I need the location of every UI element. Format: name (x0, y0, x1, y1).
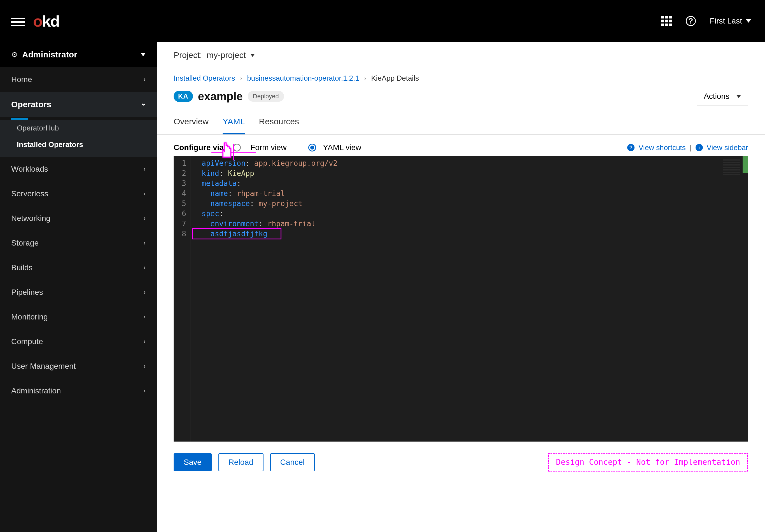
user-menu[interactable]: First Last (710, 17, 751, 25)
breadcrumb-current: KieApp Details (371, 74, 419, 83)
annotation-cursor-icon (220, 141, 236, 163)
chevron-right-icon: › (144, 289, 146, 296)
project-selector[interactable]: Project: my-project (157, 42, 765, 66)
yaml-editor[interactable]: 12345678 apiVersion: app.kiegroup.org/v2… (174, 156, 748, 442)
chevron-right-icon: › (144, 76, 146, 83)
reload-button[interactable]: Reload (219, 453, 264, 471)
project-label: Project: (174, 50, 202, 60)
chevron-right-icon: › (144, 240, 146, 247)
info-icon: i (696, 144, 703, 151)
topbar-right: ? First Last (661, 16, 751, 26)
main-content: Project: my-project Installed Operators … (157, 42, 765, 532)
sidebar-item-home[interactable]: Home› (0, 67, 157, 92)
view-shortcuts-link[interactable]: View shortcuts (638, 143, 686, 152)
topbar: okd ? First Last (0, 0, 765, 42)
sidebar-item-networking[interactable]: Networking› (0, 206, 157, 231)
chevron-right-icon: › (144, 190, 146, 198)
sidebar-sub-operators: OperatorHub Installed Operators (0, 120, 157, 157)
sidebar-item-workloads[interactable]: Workloads› (0, 157, 157, 182)
configure-row: Configure via: Form view YAML view ? Vie… (157, 135, 765, 156)
chevron-right-icon: › (144, 387, 146, 394)
chevron-down-icon: › (140, 103, 149, 106)
perspective-switcher[interactable]: ⚙ Administrator (0, 42, 157, 67)
chevron-right-icon: › (144, 264, 146, 271)
resource-header-left: KA example Deployed (174, 90, 284, 103)
scrollbar-indicator[interactable] (743, 156, 748, 173)
sidebar-item-serverless[interactable]: Serverless› (0, 182, 157, 206)
form-view-label: Form view (250, 143, 287, 152)
app-launcher-icon[interactable] (661, 16, 672, 26)
chevron-right-icon: › (364, 75, 366, 82)
breadcrumb-installed-operators[interactable]: Installed Operators (174, 74, 235, 83)
footer-buttons: Save Reload Cancel (174, 453, 315, 471)
perspective-label: Administrator (22, 50, 136, 59)
chevron-right-icon: › (144, 362, 146, 370)
tab-overview[interactable]: Overview (174, 110, 209, 134)
configure-left: Configure via: Form view YAML view (174, 143, 361, 152)
configure-label: Configure via: (174, 143, 226, 152)
resource-name: example (198, 90, 243, 103)
logo: okd (33, 12, 59, 30)
chevron-right-icon: › (144, 166, 146, 173)
actions-dropdown[interactable]: Actions (697, 88, 748, 105)
sidebar-item-builds[interactable]: Builds› (0, 256, 157, 280)
sidebar-item-compute[interactable]: Compute› (0, 329, 157, 354)
editor-footer: Save Reload Cancel Design Concept - Not … (157, 442, 765, 483)
view-sidebar-link[interactable]: View sidebar (707, 143, 748, 152)
tab-resources[interactable]: Resources (259, 110, 299, 134)
chevron-right-icon: › (144, 338, 146, 345)
caret-down-icon (250, 54, 255, 57)
radio-yaml-view[interactable] (308, 144, 316, 152)
sidebar-item-monitoring[interactable]: Monitoring› (0, 304, 157, 329)
caret-down-icon (746, 19, 751, 23)
tabs: Overview YAML Resources (157, 110, 765, 135)
separator: | (690, 143, 692, 152)
caret-down-icon (141, 53, 146, 56)
yaml-view-label: YAML view (323, 143, 361, 152)
user-name: First Last (710, 17, 742, 25)
sidebar-item-operators[interactable]: Operators › (0, 92, 157, 117)
chevron-right-icon: › (144, 313, 146, 320)
kind-badge: KA (174, 91, 193, 102)
save-button[interactable]: Save (174, 453, 212, 471)
topbar-left: okd (11, 12, 59, 30)
sidebar-item-administration[interactable]: Administration› (0, 378, 157, 403)
configure-right: ? View shortcuts | i View sidebar (627, 143, 748, 152)
sidebar-item-pipelines[interactable]: Pipelines› (0, 280, 157, 304)
design-concept-note: Design Concept - Not for Implementation (548, 453, 748, 471)
caret-down-icon (736, 95, 741, 98)
resource-header: KA example Deployed Actions (157, 83, 765, 110)
chevron-right-icon: › (144, 215, 146, 222)
status-badge: Deployed (248, 91, 284, 102)
line-gutter: 12345678 (174, 156, 190, 442)
gear-icon: ⚙ (11, 50, 18, 59)
hamburger-menu-icon[interactable] (11, 16, 25, 26)
sidebar-item-operatorhub[interactable]: OperatorHub (0, 120, 157, 136)
actions-label: Actions (704, 92, 729, 101)
chevron-right-icon: › (240, 75, 242, 82)
code-area[interactable]: apiVersion: app.kiegroup.org/v2kind: Kie… (199, 156, 748, 442)
breadcrumb: Installed Operators › businessautomation… (157, 66, 765, 83)
minimap[interactable] (723, 159, 740, 176)
project-name: my-project (207, 50, 246, 60)
cancel-button[interactable]: Cancel (270, 453, 315, 471)
yaml-editor-wrap: 12345678 apiVersion: app.kiegroup.org/v2… (174, 156, 748, 442)
sidebar-item-user-management[interactable]: User Management› (0, 354, 157, 378)
breadcrumb-operator-version[interactable]: businessautomation-operator.1.2.1 (247, 74, 359, 83)
tab-yaml[interactable]: YAML (223, 110, 245, 134)
help-icon: ? (627, 144, 634, 151)
help-icon[interactable]: ? (686, 16, 696, 26)
gutter-margin (190, 156, 199, 442)
sidebar: ⚙ Administrator Home› Operators › Operat… (0, 42, 157, 532)
sidebar-item-storage[interactable]: Storage› (0, 231, 157, 256)
sidebar-item-installed-operators[interactable]: Installed Operators (0, 136, 157, 153)
